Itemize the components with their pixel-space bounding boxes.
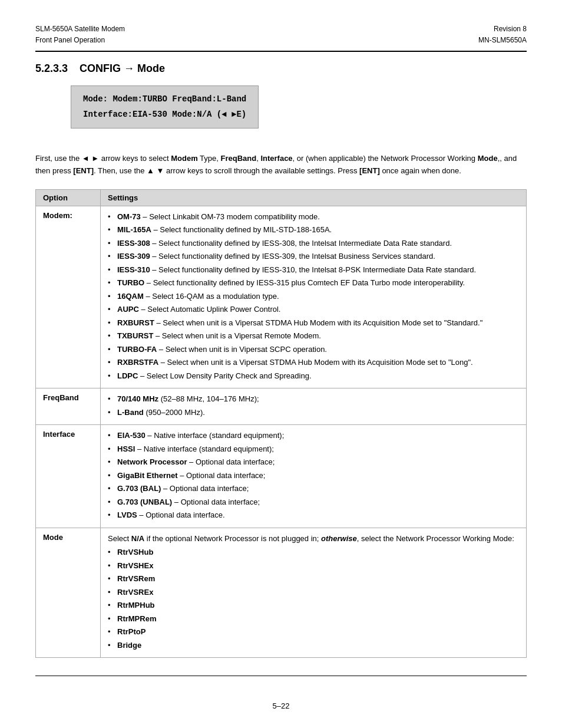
header-docnum: MN-SLM5650A xyxy=(478,35,527,46)
table-row: Modem: OM-73 – Select Linkabit OM-73 mod… xyxy=(36,206,527,388)
header-revision: Revision 8 xyxy=(478,24,527,35)
settings-mode: Select N/A if the optional Network Proce… xyxy=(101,528,527,658)
table-row: Mode Select N/A if the optional Network … xyxy=(36,528,527,658)
settings-freqband: 70/140 MHz (52–88 MHz, 104–176 MHz); L-B… xyxy=(101,388,527,425)
display-line1: Mode: Modem:TURBO FreqBand:L-Band xyxy=(83,92,246,107)
settings-modem: OM-73 – Select Linkabit OM-73 modem comp… xyxy=(101,206,527,388)
mode-intro: Select N/A if the optional Network Proce… xyxy=(108,533,519,545)
option-freqband: FreqBand xyxy=(36,388,101,425)
table-row: Interface EIA-530 – Native interface (st… xyxy=(36,425,527,528)
col-settings: Settings xyxy=(101,189,527,206)
description-text: First, use the ◄ ► arrow keys to select … xyxy=(35,152,527,177)
display-line2: Interface:EIA-530 Mode:N/A (◄ ►E) xyxy=(83,107,246,122)
display-box: Mode: Modem:TURBO FreqBand:L-Band Interf… xyxy=(71,85,259,128)
top-divider xyxy=(35,51,527,52)
page-header: SLM-5650A Satellite Modem Front Panel Op… xyxy=(35,24,527,46)
header-left: SLM-5650A Satellite Modem Front Panel Op… xyxy=(35,24,125,46)
header-right: Revision 8 MN-SLM5650A xyxy=(478,24,527,46)
page-footer: 5–22 xyxy=(0,701,562,710)
col-option: Option xyxy=(36,189,101,206)
header-title: SLM-5650A Satellite Modem xyxy=(35,24,125,35)
settings-interface: EIA-530 – Native interface (standard equ… xyxy=(101,425,527,528)
header-subtitle: Front Panel Operation xyxy=(35,35,125,46)
section-title: 5.2.3.3 CONFIG → Mode xyxy=(35,62,527,75)
page-number: 5–22 xyxy=(273,701,290,710)
table-row: FreqBand 70/140 MHz (52–88 MHz, 104–176 … xyxy=(36,388,527,425)
option-interface: Interface xyxy=(36,425,101,528)
option-modem: Modem: xyxy=(36,206,101,388)
page: SLM-5650A Satellite Modem Front Panel Op… xyxy=(0,0,562,728)
options-table: Option Settings Modem: OM-73 – Select Li… xyxy=(35,189,527,658)
bottom-divider xyxy=(35,676,527,676)
option-mode: Mode xyxy=(36,528,101,658)
